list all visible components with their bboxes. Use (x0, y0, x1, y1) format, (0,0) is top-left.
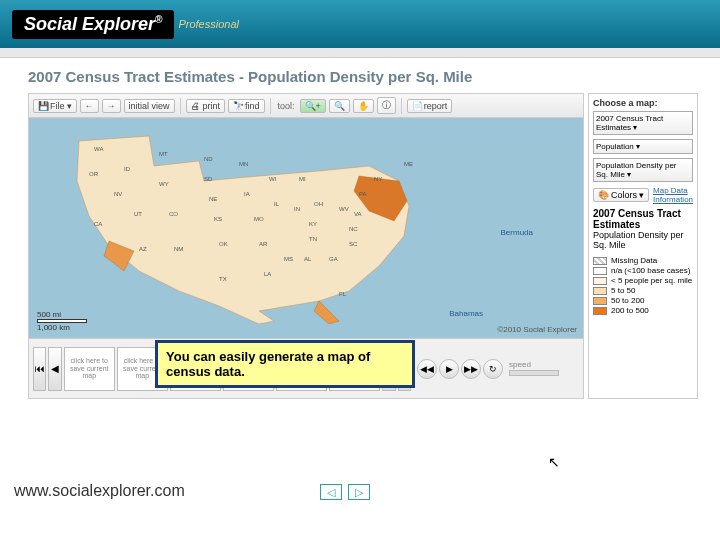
colors-row: 🎨Colors▾ Map Data Information (593, 186, 693, 204)
sidebar-title: 2007 Census Tract Estimates (593, 208, 693, 230)
separator (270, 98, 271, 114)
legend-label: 5 to 50 (611, 286, 635, 295)
play-button[interactable]: ▶ (439, 359, 459, 379)
legend-swatch (593, 307, 607, 315)
filmstrip-frame[interactable]: click here to save current map (64, 347, 115, 391)
tool-label: tool: (278, 101, 295, 111)
legend-row: 5 to 50 (593, 286, 693, 295)
separator (401, 98, 402, 114)
svg-text:WA: WA (94, 146, 103, 152)
hand-icon: ✋ (358, 101, 369, 111)
legend-row: Missing Data (593, 256, 693, 265)
sidebar: Choose a map: 2007 Census Tract Estimate… (588, 93, 698, 399)
legend-swatch (593, 297, 607, 305)
svg-text:MS: MS (284, 256, 293, 262)
filmstrip-prev-button[interactable]: ◀ (48, 347, 61, 391)
zoom-out-button[interactable]: 🔍 (329, 99, 350, 113)
loop-button[interactable]: ↻ (483, 359, 503, 379)
back-button[interactable]: ← (80, 99, 99, 113)
initial-view-button[interactable]: initial view (124, 99, 175, 113)
svg-text:FL: FL (339, 291, 347, 297)
speed-control: speed (509, 360, 579, 378)
filmstrip-first-button[interactable]: ⏮ (33, 347, 46, 391)
printer-icon: 🖨 (191, 101, 201, 111)
svg-text:OR: OR (89, 171, 99, 177)
category-select[interactable]: Population ▾ (593, 139, 693, 154)
forward-button[interactable]: → (102, 99, 121, 113)
svg-text:IA: IA (244, 191, 250, 197)
svg-text:TN: TN (309, 236, 317, 242)
scale-km: 1,000 km (37, 323, 70, 332)
legend-row: 200 to 500 (593, 306, 693, 315)
legend-label: n/a (<100 base cases) (611, 266, 690, 275)
file-menu[interactable]: 💾File▾ (33, 99, 77, 113)
svg-text:ID: ID (124, 166, 131, 172)
svg-text:MT: MT (159, 151, 168, 157)
bahamas-label: Bahamas (449, 309, 483, 318)
registered-icon: ® (155, 14, 162, 25)
svg-text:TX: TX (219, 276, 227, 282)
svg-text:NE: NE (209, 196, 217, 202)
svg-text:SC: SC (349, 241, 358, 247)
speed-slider[interactable] (509, 370, 559, 376)
svg-text:NV: NV (114, 191, 122, 197)
legend-swatch (593, 287, 607, 295)
page-title: 2007 Census Tract Estimates - Population… (0, 58, 720, 93)
pan-button[interactable]: ✋ (353, 99, 374, 113)
svg-text:MO: MO (254, 216, 264, 222)
svg-text:WI: WI (269, 176, 277, 182)
svg-text:IL: IL (274, 201, 280, 207)
svg-text:WY: WY (159, 181, 169, 187)
svg-text:NC: NC (349, 226, 358, 232)
info-button[interactable]: ⓘ (377, 97, 396, 114)
variable-select[interactable]: Population Density per Sq. Mile ▾ (593, 158, 693, 182)
print-button[interactable]: 🖨print (186, 99, 226, 113)
playback-controls: ◀◀ ▶ ▶▶ ↻ (417, 359, 503, 379)
brand-text: Social Explorer (24, 14, 155, 34)
legend-row: 50 to 200 (593, 296, 693, 305)
callout-box: You can easily generate a map of census … (155, 340, 415, 388)
rewind-button[interactable]: ◀◀ (417, 359, 437, 379)
slide-prev-button[interactable]: ◁ (320, 484, 342, 500)
legend-swatch (593, 267, 607, 275)
svg-text:GA: GA (329, 256, 338, 262)
svg-text:AL: AL (304, 256, 312, 262)
svg-text:KS: KS (214, 216, 222, 222)
map-canvas[interactable]: WAORCA NVIDMT WYUTAZ CONMND SDNEKS OKTXM… (29, 118, 583, 338)
palette-icon: 🎨 (598, 190, 609, 200)
legend-swatch (593, 277, 607, 285)
svg-text:CO: CO (169, 211, 178, 217)
edition-label: Professional (178, 18, 239, 30)
mapdata-link[interactable]: Map Data Information (653, 186, 693, 204)
svg-text:OH: OH (314, 201, 323, 207)
slide-next-button[interactable]: ▷ (348, 484, 370, 500)
speed-label: speed (509, 360, 531, 369)
app-header: Social Explorer® Professional (0, 0, 720, 48)
scale-miles: 500 mi (37, 310, 61, 319)
svg-text:CA: CA (94, 221, 102, 227)
svg-text:IN: IN (294, 206, 300, 212)
svg-text:NY: NY (374, 176, 382, 182)
legend: Missing Datan/a (<100 base cases)< 5 peo… (593, 256, 693, 315)
svg-text:VA: VA (354, 211, 362, 217)
report-button[interactable]: 📄report (407, 99, 453, 113)
svg-text:NM: NM (174, 246, 183, 252)
legend-label: 200 to 500 (611, 306, 649, 315)
legend-label: 50 to 200 (611, 296, 644, 305)
fastforward-button[interactable]: ▶▶ (461, 359, 481, 379)
svg-text:MI: MI (299, 176, 306, 182)
dataset-select[interactable]: 2007 Census Tract Estimates ▾ (593, 111, 693, 135)
legend-row: n/a (<100 base cases) (593, 266, 693, 275)
map-toolbar: 💾File▾ ← → initial view 🖨print 🔭find too… (29, 94, 583, 118)
find-button[interactable]: 🔭find (228, 99, 265, 113)
map-copyright: ©2010 Social Explorer (497, 325, 577, 334)
report-icon: 📄 (412, 101, 422, 111)
slide-nav: ◁ ▷ (320, 484, 370, 500)
subheader-bar (0, 48, 720, 58)
brand-logo: Social Explorer® (12, 10, 174, 39)
zoom-in-button[interactable]: 🔍+ (300, 99, 326, 113)
svg-text:ND: ND (204, 156, 213, 162)
legend-label: Missing Data (611, 256, 657, 265)
colors-menu[interactable]: 🎨Colors▾ (593, 188, 649, 202)
svg-text:WV: WV (339, 206, 349, 212)
